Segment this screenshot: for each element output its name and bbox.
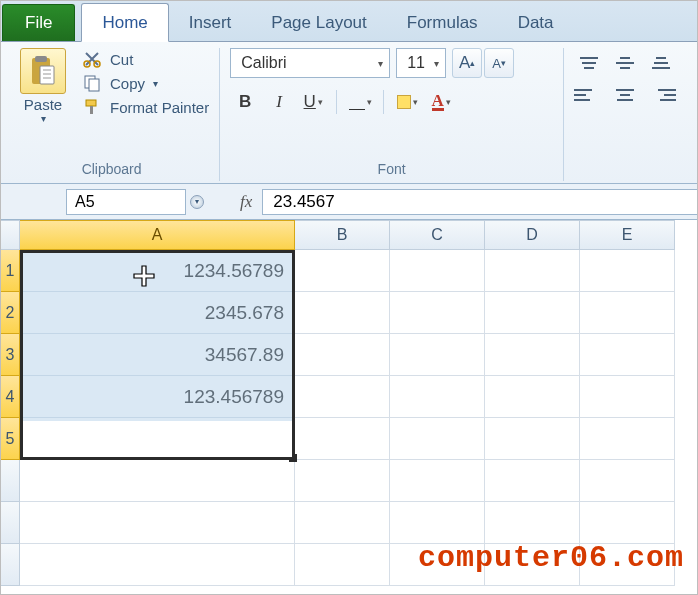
column-headers: A B C D E	[20, 220, 698, 250]
fx-icon[interactable]: fx	[240, 192, 252, 212]
column-header-E[interactable]: E	[580, 220, 675, 250]
file-tab[interactable]: File	[2, 4, 75, 41]
cell[interactable]	[390, 502, 485, 544]
cell-D2[interactable]	[485, 292, 580, 334]
cell-E1[interactable]	[580, 250, 675, 292]
cell-B3[interactable]	[295, 334, 390, 376]
cell[interactable]	[580, 460, 675, 502]
table-row: 1 1234.56789	[0, 250, 698, 292]
watermark-text: computer06.com	[418, 541, 684, 575]
align-middle-button[interactable]	[610, 50, 640, 76]
font-color-button[interactable]: A▾	[426, 88, 456, 116]
cell-C3[interactable]	[390, 334, 485, 376]
svg-rect-2	[40, 66, 54, 84]
paintbrush-icon	[82, 98, 102, 116]
font-size-combo[interactable]: 11 ▾	[396, 48, 446, 78]
increase-font-icon: A	[459, 53, 470, 73]
row-header-5[interactable]: 5	[0, 418, 20, 460]
copy-icon	[82, 74, 102, 92]
align-bottom-button[interactable]	[646, 50, 676, 76]
cell-B4[interactable]	[295, 376, 390, 418]
cell[interactable]	[390, 460, 485, 502]
underline-button[interactable]: U▾	[298, 88, 328, 116]
cell-E3[interactable]	[580, 334, 675, 376]
cell[interactable]	[20, 544, 295, 586]
font-name-value: Calibri	[241, 54, 286, 72]
paste-icon	[20, 48, 66, 94]
cell-A4[interactable]: 123.456789	[20, 376, 295, 418]
font-color-icon: A	[432, 94, 444, 111]
cell-E4[interactable]	[580, 376, 675, 418]
fill-color-button[interactable]: ▾	[392, 88, 422, 116]
align-top-button[interactable]	[574, 50, 604, 76]
cell-A1[interactable]: 1234.56789	[20, 250, 295, 292]
cell-D1[interactable]	[485, 250, 580, 292]
format-painter-button[interactable]: Format Painter	[82, 98, 209, 116]
cell-B1[interactable]	[295, 250, 390, 292]
align-right-button[interactable]	[646, 82, 676, 108]
tab-page-layout[interactable]: Page Layout	[251, 4, 386, 41]
borders-button[interactable]: ▾	[345, 88, 375, 116]
cut-label: Cut	[110, 51, 133, 68]
spreadsheet-grid: A B C D E 1 1234.56789 2 2345.678 3 3456…	[0, 220, 698, 586]
cell-C4[interactable]	[390, 376, 485, 418]
cell[interactable]	[580, 502, 675, 544]
row-header-4[interactable]: 4	[0, 376, 20, 418]
increase-font-button[interactable]: A▴	[452, 48, 482, 78]
cell[interactable]	[20, 502, 295, 544]
cell-D3[interactable]	[485, 334, 580, 376]
cell[interactable]	[295, 460, 390, 502]
cell-A2[interactable]: 2345.678	[20, 292, 295, 334]
row-header-6[interactable]	[0, 460, 20, 502]
fill-icon	[397, 95, 411, 109]
column-header-A[interactable]: A	[20, 220, 295, 250]
cell-C1[interactable]	[390, 250, 485, 292]
column-header-C[interactable]: C	[390, 220, 485, 250]
cell[interactable]	[295, 544, 390, 586]
cell-A5[interactable]: 23.4567	[20, 418, 295, 460]
row-header-8[interactable]	[0, 544, 20, 586]
cell-E5[interactable]	[580, 418, 675, 460]
cell[interactable]	[485, 502, 580, 544]
cell-B5[interactable]	[295, 418, 390, 460]
column-header-B[interactable]: B	[295, 220, 390, 250]
name-box-dropdown[interactable]: ▾	[190, 195, 204, 209]
cell[interactable]	[20, 460, 295, 502]
row-header-3[interactable]: 3	[0, 334, 20, 376]
font-name-combo[interactable]: Calibri ▾	[230, 48, 390, 78]
cell-D5[interactable]	[485, 418, 580, 460]
copy-dropdown-icon[interactable]: ▾	[153, 78, 158, 89]
ribbon-group-clipboard: Paste ▾ Cut Copy ▾	[4, 48, 220, 181]
cell[interactable]	[485, 460, 580, 502]
formula-input[interactable]: 23.4567	[262, 189, 698, 215]
italic-button[interactable]: I	[264, 88, 294, 116]
cell[interactable]	[295, 502, 390, 544]
row-header-2[interactable]: 2	[0, 292, 20, 334]
row-header-1[interactable]: 1	[0, 250, 20, 292]
copy-button[interactable]: Copy ▾	[82, 74, 209, 92]
name-box[interactable]: A5	[66, 189, 186, 215]
select-all-corner[interactable]	[0, 220, 20, 250]
scissors-icon	[82, 50, 102, 68]
align-left-button[interactable]	[574, 82, 604, 108]
tab-home[interactable]: Home	[81, 3, 168, 42]
cell-D4[interactable]	[485, 376, 580, 418]
row-header-7[interactable]	[0, 502, 20, 544]
cell-E2[interactable]	[580, 292, 675, 334]
tab-formulas[interactable]: Formulas	[387, 4, 498, 41]
paste-dropdown-icon[interactable]: ▾	[41, 113, 46, 124]
cell-C5[interactable]	[390, 418, 485, 460]
tab-data[interactable]: Data	[498, 4, 574, 41]
align-center-button[interactable]	[610, 82, 640, 108]
column-header-D[interactable]: D	[485, 220, 580, 250]
cell-C2[interactable]	[390, 292, 485, 334]
svg-rect-11	[90, 106, 93, 114]
tab-insert[interactable]: Insert	[169, 4, 252, 41]
cell-A3[interactable]: 34567.89	[20, 334, 295, 376]
cell-B2[interactable]	[295, 292, 390, 334]
paste-button[interactable]: Paste ▾	[14, 48, 72, 124]
table-row: 4 123.456789	[0, 376, 698, 418]
decrease-font-button[interactable]: A▾	[484, 48, 514, 78]
cut-button[interactable]: Cut	[82, 50, 209, 68]
bold-button[interactable]: B	[230, 88, 260, 116]
